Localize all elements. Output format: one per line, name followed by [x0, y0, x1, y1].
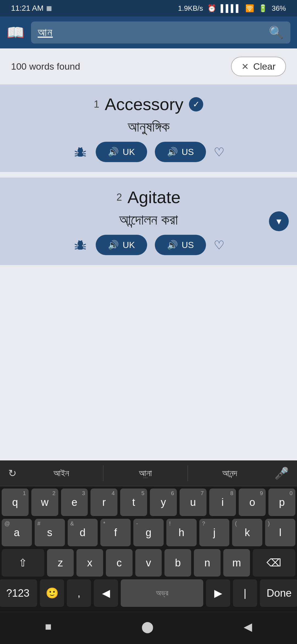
uk-audio-button-1[interactable]: 🔊 UK: [96, 142, 147, 162]
favorite-icon-2[interactable]: ♡: [214, 238, 224, 252]
word-bengali-2: আন্দোলন করা: [11, 211, 286, 228]
speaker-icon: 🔊: [108, 147, 119, 157]
nav-home[interactable]: ⬤: [125, 618, 170, 636]
left-arrow-key[interactable]: ◀: [94, 579, 118, 607]
key-b[interactable]: b: [164, 549, 191, 577]
right-arrow-key[interactable]: ▶: [206, 579, 230, 607]
rotate-icon[interactable]: ↻: [6, 468, 19, 479]
key-r[interactable]: 4r: [90, 489, 117, 516]
emoji-key[interactable]: 🙂: [40, 579, 64, 607]
word-english-1: Accessory: [105, 94, 183, 114]
suggestion-3[interactable]: আনন্দ: [188, 465, 272, 481]
key-e[interactable]: 3e: [61, 489, 88, 516]
key-row-3: ⇧ z x c v b n m ⌫: [2, 549, 295, 577]
word-card-2: 2 Agitate আন্দোলন করা �: [0, 178, 297, 265]
close-icon: ✕: [241, 61, 249, 72]
card-actions-1: 🔊 UK 🔊 US ♡: [11, 142, 286, 162]
svg-line-7: [83, 155, 86, 156]
card-actions-2: 🔊 UK 🔊 US ♡: [11, 235, 286, 255]
favorite-icon-1[interactable]: ♡: [214, 145, 224, 159]
key-l[interactable]: )l: [265, 519, 295, 546]
space-key[interactable]: অভ্র: [121, 579, 203, 607]
key-w[interactable]: 2w: [31, 489, 58, 516]
key-n[interactable]: n: [194, 549, 221, 577]
book-icon: 📖: [7, 24, 24, 41]
word-header-row-2: 2 Agitate: [11, 187, 286, 207]
shift-key[interactable]: ⇧: [2, 549, 44, 577]
chevron-down-icon: ▾: [276, 215, 281, 227]
status-icons: 1.9KB/s ⏰ ▌▌▌▌ 🛜 🔋 36%: [178, 4, 286, 13]
key-g[interactable]: -g: [133, 519, 164, 546]
svg-rect-1: [78, 153, 83, 157]
word-english-2: Agitate: [128, 187, 181, 207]
results-bar: 100 words found ✕ Clear: [0, 48, 297, 84]
key-row-4: ?123 🙂 , ◀ অভ্র ▶ | Done: [2, 579, 295, 607]
status-bar: 11:21 AM ▦ 1.9KB/s ⏰ ▌▌▌▌ 🛜 🔋 36%: [0, 0, 297, 17]
nav-square[interactable]: ■: [28, 618, 68, 636]
suggestion-1[interactable]: আইন: [19, 465, 103, 481]
key-d[interactable]: &d: [68, 519, 98, 546]
expand-button-2[interactable]: ▾: [269, 211, 289, 231]
svg-line-6: [75, 155, 78, 156]
key-u[interactable]: 7u: [180, 489, 207, 516]
results-count: 100 words found: [11, 61, 80, 72]
svg-line-17: [83, 249, 86, 249]
done-key[interactable]: Done: [260, 579, 297, 607]
comma-key[interactable]: ,: [67, 579, 91, 607]
suggestion-2[interactable]: আনা ···: [103, 465, 188, 481]
bottom-nav: ■ ⬤ ◀: [0, 612, 297, 644]
pipe-key[interactable]: |: [233, 579, 257, 607]
key-q[interactable]: 1q: [2, 489, 29, 516]
uk-audio-button-2[interactable]: 🔊 UK: [96, 235, 147, 255]
bug-icon-1[interactable]: [73, 144, 88, 160]
key-j[interactable]: ?j: [199, 519, 230, 546]
key-o[interactable]: 9o: [239, 489, 266, 516]
speaker-icon: 🔊: [167, 147, 178, 157]
clear-button[interactable]: ✕ Clear: [231, 57, 286, 76]
key-a[interactable]: @a: [2, 519, 32, 546]
svg-line-16: [75, 249, 78, 249]
key-y[interactable]: 6y: [150, 489, 177, 516]
word-number-2: 2: [116, 192, 122, 203]
symbols-key[interactable]: ?123: [0, 579, 37, 607]
word-card-1: 1 Accessory ✓ আনুষঙ্গিক: [0, 84, 297, 172]
check-icon-1: ✓: [189, 97, 203, 111]
key-row-2: @a #s &d *f -g !h ?j (k )l: [2, 519, 295, 546]
key-h[interactable]: !h: [166, 519, 197, 546]
svg-line-13: [83, 244, 86, 245]
key-t[interactable]: 5t: [120, 489, 147, 516]
mic-icon[interactable]: 🎤: [272, 466, 292, 480]
svg-line-2: [75, 151, 78, 152]
backspace-key[interactable]: ⌫: [253, 549, 295, 577]
search-icon[interactable]: 🔍: [269, 25, 284, 40]
key-c[interactable]: c: [106, 549, 133, 577]
word-bengali-1: আনুষঙ্গিক: [11, 118, 286, 135]
key-i[interactable]: 8i: [209, 489, 236, 516]
speaker-icon: 🔊: [167, 240, 178, 250]
key-f[interactable]: *f: [100, 519, 131, 546]
speaker-icon: 🔊: [108, 240, 119, 250]
key-row-1: 1q 2w 3e 4r 5t 6y 7u 8i 9o 0p: [2, 489, 295, 516]
nav-back[interactable]: ◀: [227, 618, 269, 636]
bug-icon-2[interactable]: [73, 237, 88, 253]
suggestions-row: ↻ আইন আনা ··· আনন্দ 🎤: [0, 460, 297, 486]
key-s[interactable]: #s: [35, 519, 65, 546]
key-m[interactable]: m: [223, 549, 250, 577]
svg-rect-11: [78, 246, 83, 250]
svg-line-12: [75, 244, 78, 245]
key-v[interactable]: v: [135, 549, 162, 577]
key-k[interactable]: (k: [232, 519, 262, 546]
us-audio-button-1[interactable]: 🔊 US: [155, 142, 206, 162]
us-audio-button-2[interactable]: 🔊 US: [155, 235, 206, 255]
key-x[interactable]: x: [76, 549, 103, 577]
search-bar[interactable]: আন 🔍: [31, 21, 290, 43]
key-z[interactable]: z: [47, 549, 74, 577]
keyboard: ↻ আইন আনা ··· আনন্দ 🎤 1q 2w 3e 4r 5t 6y …: [0, 460, 297, 644]
search-input[interactable]: আন: [38, 26, 264, 39]
header: 📖 আন 🔍: [0, 17, 297, 48]
word-number-1: 1: [94, 99, 99, 110]
key-p[interactable]: 0p: [268, 489, 295, 516]
status-time: 11:21 AM ▦: [11, 4, 52, 13]
key-rows: 1q 2w 3e 4r 5t 6y 7u 8i 9o 0p @a #s &d *…: [0, 486, 297, 612]
word-header-row-1: 1 Accessory ✓: [11, 94, 286, 114]
